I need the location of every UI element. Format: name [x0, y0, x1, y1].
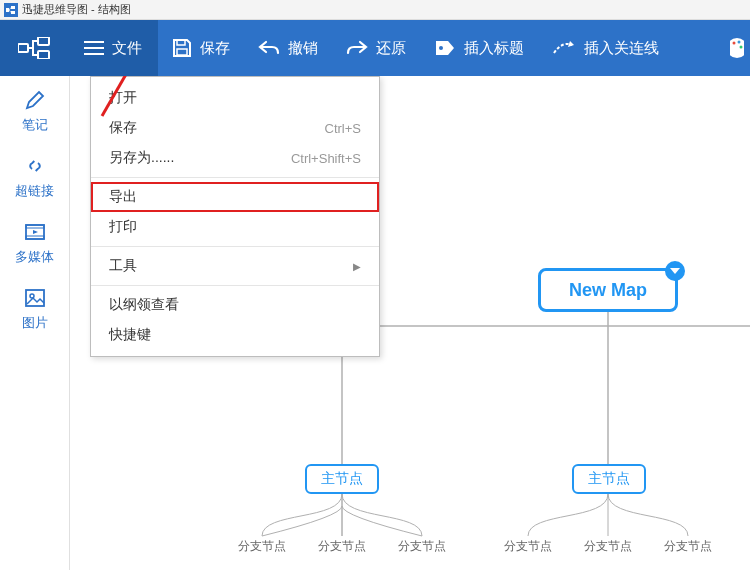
svg-rect-19	[26, 225, 44, 228]
main-area: 笔记 超链接 多媒体 图片	[0, 76, 750, 570]
palette-icon	[730, 36, 744, 60]
svg-line-3	[9, 7, 11, 10]
menu-item-save[interactable]: 保存 Ctrl+S	[91, 113, 379, 143]
menu-print-label: 打印	[109, 218, 137, 236]
mindmap-canvas[interactable]: 打开 保存 Ctrl+S 另存为...... Ctrl+Shift+S 导出 打…	[70, 76, 750, 570]
menu-item-outline[interactable]: 以纲领查看	[91, 290, 379, 320]
menu-item-print[interactable]: 打印	[91, 212, 379, 242]
mindmap-leaf-node[interactable]: 分支节点	[504, 538, 552, 555]
svg-point-17	[740, 46, 743, 49]
mindmap-leaf-node[interactable]: 分支节点	[318, 538, 366, 555]
mindmap-main-node[interactable]: 主节点	[305, 464, 379, 494]
pencil-icon	[24, 88, 46, 112]
svg-point-15	[733, 42, 736, 45]
menu-separator	[91, 285, 379, 286]
file-dropdown-menu: 打开 保存 Ctrl+S 另存为...... Ctrl+Shift+S 导出 打…	[90, 76, 380, 357]
svg-point-13	[439, 46, 443, 50]
mindmap-leaf-node[interactable]: 分支节点	[584, 538, 632, 555]
hamburger-icon	[84, 40, 104, 56]
menu-saveas-label: 另存为......	[109, 149, 174, 167]
titlebar: 迅捷思维导图 - 结构图	[0, 0, 750, 20]
svg-rect-5	[18, 44, 28, 52]
mindmap-logo-icon	[18, 37, 50, 59]
sidebar-item-hyperlink[interactable]: 超链接	[0, 142, 69, 208]
main-toolbar: 文件 保存 撤销 还原 插入标题 插入关连线	[0, 20, 750, 76]
film-icon	[24, 220, 46, 244]
menu-item-export[interactable]: 导出	[91, 182, 379, 212]
insert-relation-button[interactable]: 插入关连线	[538, 20, 673, 76]
insert-relation-label: 插入关连线	[584, 39, 659, 58]
menu-save-label: 保存	[109, 119, 137, 137]
menu-separator	[91, 246, 379, 247]
link-icon	[24, 154, 46, 178]
image-icon	[24, 286, 46, 310]
sidebar-hyperlink-label: 超链接	[15, 182, 54, 200]
menu-separator	[91, 177, 379, 178]
svg-rect-0	[6, 8, 9, 12]
file-label: 文件	[112, 39, 142, 58]
submenu-arrow-icon: ▶	[353, 261, 361, 272]
save-button[interactable]: 保存	[158, 20, 244, 76]
svg-rect-6	[38, 37, 49, 45]
redo-label: 还原	[376, 39, 406, 58]
menu-item-tools[interactable]: 工具 ▶	[91, 251, 379, 281]
svg-rect-7	[38, 51, 49, 59]
menu-outline-label: 以纲领查看	[109, 296, 179, 314]
menu-export-label: 导出	[109, 188, 137, 206]
menu-open-label: 打开	[109, 89, 137, 107]
left-sidebar: 笔记 超链接 多媒体 图片	[0, 76, 70, 570]
app-icon	[4, 3, 18, 17]
menu-saveas-shortcut: Ctrl+Shift+S	[291, 151, 361, 166]
menu-shortcuts-label: 快捷键	[109, 326, 151, 344]
mindmap-leaf-node[interactable]: 分支节点	[664, 538, 712, 555]
tag-icon	[434, 39, 456, 57]
main-node-label: 主节点	[321, 470, 363, 488]
save-icon	[172, 38, 192, 58]
undo-label: 撤销	[288, 39, 318, 58]
file-menu-button[interactable]: 文件	[68, 20, 158, 76]
redo-icon	[346, 39, 368, 57]
sidebar-image-label: 图片	[22, 314, 48, 332]
insert-title-label: 插入标题	[464, 39, 524, 58]
sidebar-multimedia-label: 多媒体	[15, 248, 54, 266]
svg-line-4	[9, 10, 11, 13]
collapse-toggle-icon[interactable]	[665, 261, 685, 281]
insert-title-button[interactable]: 插入标题	[420, 20, 538, 76]
sidebar-item-image[interactable]: 图片	[0, 274, 69, 340]
sidebar-item-notes[interactable]: 笔记	[0, 76, 69, 142]
svg-rect-2	[11, 11, 15, 14]
color-palette-button[interactable]	[724, 20, 750, 76]
menu-tools-label: 工具	[109, 257, 137, 275]
window-title: 迅捷思维导图 - 结构图	[22, 2, 131, 17]
main-node-label: 主节点	[588, 470, 630, 488]
menu-item-open[interactable]: 打开	[91, 83, 379, 113]
mindmap-main-node[interactable]: 主节点	[572, 464, 646, 494]
menu-item-shortcuts[interactable]: 快捷键	[91, 320, 379, 350]
svg-point-16	[738, 41, 741, 44]
undo-icon	[258, 39, 280, 57]
sidebar-item-multimedia[interactable]: 多媒体	[0, 208, 69, 274]
svg-rect-11	[177, 40, 185, 45]
menu-save-shortcut: Ctrl+S	[325, 121, 361, 136]
svg-rect-21	[26, 290, 44, 306]
save-label: 保存	[200, 39, 230, 58]
sidebar-notes-label: 笔记	[22, 116, 48, 134]
svg-rect-1	[11, 6, 15, 9]
menu-item-saveas[interactable]: 另存为...... Ctrl+Shift+S	[91, 143, 379, 173]
curve-arrow-icon	[552, 39, 576, 57]
svg-rect-12	[177, 49, 187, 55]
mindmap-leaf-node[interactable]: 分支节点	[398, 538, 446, 555]
mindmap-root-node[interactable]: New Map	[538, 268, 678, 312]
undo-button[interactable]: 撤销	[244, 20, 332, 76]
mindmap-leaf-node[interactable]: 分支节点	[238, 538, 286, 555]
redo-button[interactable]: 还原	[332, 20, 420, 76]
root-node-label: New Map	[569, 280, 647, 301]
logo-button[interactable]	[0, 20, 68, 76]
svg-rect-20	[26, 236, 44, 239]
